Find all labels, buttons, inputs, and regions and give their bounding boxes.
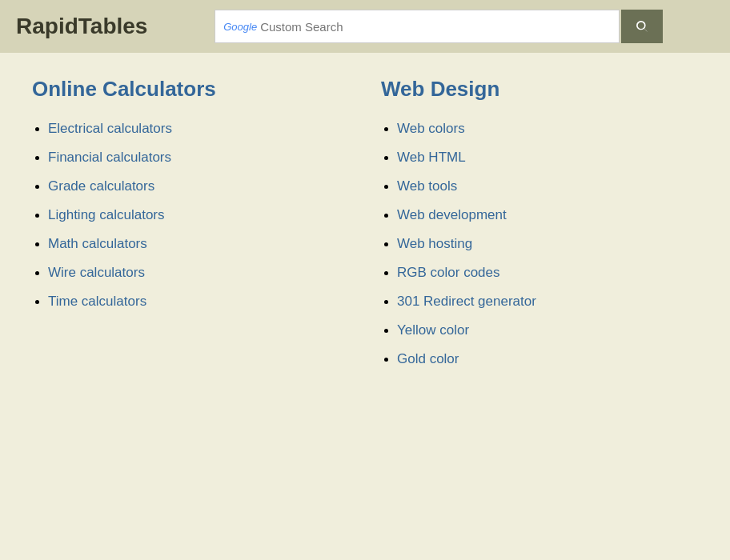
- calc-link[interactable]: Time calculators: [48, 294, 146, 309]
- web-link[interactable]: Web HTML: [397, 150, 466, 165]
- google-label: Google: [223, 21, 257, 33]
- online-calculators-title: Online Calculators: [32, 77, 349, 102]
- calc-link[interactable]: Lighting calculators: [48, 207, 165, 222]
- list-item: RGB color codes: [397, 265, 698, 281]
- calc-link[interactable]: Financial calculators: [48, 150, 171, 165]
- calc-link[interactable]: Wire calculators: [48, 265, 145, 280]
- list-item: Time calculators: [48, 294, 349, 310]
- site-title: RapidTables: [16, 14, 147, 39]
- right-column: Web Design Web colorsWeb HTMLWeb toolsWe…: [381, 77, 698, 380]
- web-link[interactable]: Web hosting: [397, 236, 472, 251]
- list-item: Web HTML: [397, 150, 698, 166]
- left-column: Online Calculators Electrical calculator…: [32, 77, 349, 380]
- list-item: Lighting calculators: [48, 207, 349, 223]
- main-content: Online Calculators Electrical calculator…: [0, 53, 730, 404]
- web-link[interactable]: Gold color: [397, 351, 459, 366]
- list-item: 301 Redirect generator: [397, 294, 698, 310]
- calc-link[interactable]: Math calculators: [48, 236, 147, 251]
- list-item: Grade calculators: [48, 178, 349, 194]
- calc-link[interactable]: Grade calculators: [48, 178, 154, 194]
- search-wrapper: Google: [215, 10, 620, 43]
- web-link[interactable]: 301 Redirect generator: [397, 294, 536, 309]
- web-link[interactable]: Yellow color: [397, 322, 469, 338]
- search-input[interactable]: [260, 20, 611, 34]
- list-item: Web colors: [397, 121, 698, 137]
- web-link[interactable]: RGB color codes: [397, 265, 500, 280]
- list-item: Yellow color: [397, 322, 698, 338]
- list-item: Web tools: [397, 178, 698, 194]
- list-item: Wire calculators: [48, 265, 349, 281]
- header: RapidTables Google: [0, 0, 730, 53]
- list-item: Web development: [397, 207, 698, 223]
- list-item: Web hosting: [397, 236, 698, 252]
- list-item: Electrical calculators: [48, 121, 349, 137]
- web-design-list: Web colorsWeb HTMLWeb toolsWeb developme…: [381, 121, 698, 367]
- calculators-list: Electrical calculatorsFinancial calculat…: [32, 121, 349, 310]
- web-link[interactable]: Web colors: [397, 121, 465, 136]
- web-link[interactable]: Web development: [397, 207, 507, 222]
- calc-link[interactable]: Electrical calculators: [48, 121, 172, 136]
- list-item: Math calculators: [48, 236, 349, 252]
- search-form: Google: [215, 10, 663, 43]
- search-button[interactable]: [621, 10, 663, 43]
- web-link[interactable]: Web tools: [397, 178, 457, 194]
- list-item: Financial calculators: [48, 150, 349, 166]
- list-item: Gold color: [397, 351, 698, 367]
- web-design-title: Web Design: [381, 77, 698, 102]
- search-icon: [635, 19, 649, 34]
